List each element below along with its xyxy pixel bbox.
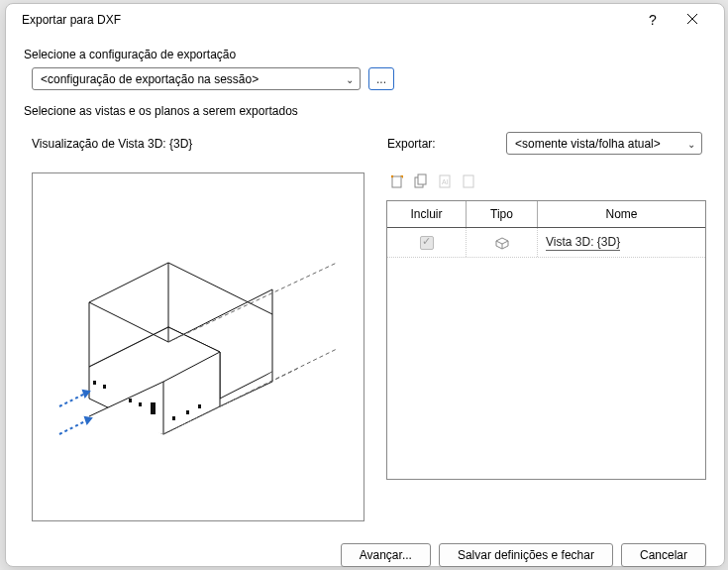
th-name[interactable]: Nome — [538, 201, 705, 227]
close-icon — [686, 13, 698, 25]
close-button[interactable] — [673, 12, 712, 28]
cancel-button[interactable]: Cancelar — [621, 543, 706, 567]
table-row[interactable]: Vista 3D: {3D} — [387, 228, 705, 258]
row-name: Vista 3D: {3D} — [546, 235, 620, 251]
preview-pane — [32, 172, 364, 521]
dialog-footer: Avançar... Salvar definições e fechar Ca… — [6, 533, 724, 570]
svg-rect-12 — [198, 404, 201, 408]
cell-type — [467, 228, 538, 257]
config-row: <configuração de exportação na sessão> ⌄… — [24, 67, 706, 90]
th-type[interactable]: Tipo — [467, 201, 538, 227]
svg-rect-6 — [93, 381, 96, 385]
svg-point-22 — [391, 175, 393, 177]
next-button[interactable]: Avançar... — [341, 543, 431, 567]
new-sheet-icon[interactable] — [388, 172, 406, 190]
views-label: Selecione as vistas e os planos a serem … — [24, 104, 706, 118]
svg-rect-8 — [129, 399, 132, 402]
svg-rect-11 — [186, 410, 189, 414]
config-label: Selecione a configuração de exportação — [24, 48, 706, 61]
svg-text:AI: AI — [442, 178, 449, 185]
svg-rect-27 — [464, 175, 473, 187]
model-preview-icon — [40, 208, 357, 486]
preview-export-row: Visualização de Vista 3D: {3D} Exportar:… — [24, 132, 706, 155]
export-select-value: <somente vista/folha atual> — [515, 137, 661, 151]
config-browse-button[interactable]: ... — [368, 67, 394, 90]
text-sheet-icon[interactable]: AI — [436, 172, 454, 190]
dots-label: ... — [376, 72, 386, 86]
export-label: Exportar: — [387, 137, 447, 151]
save-definitions-button[interactable]: Salvar definições e fechar — [439, 543, 613, 567]
right-column: AI Incluir Tipo Nome — [386, 172, 706, 521]
include-checkbox[interactable] — [420, 236, 434, 250]
svg-rect-10 — [172, 416, 175, 420]
table-header: Incluir Tipo Nome — [387, 201, 705, 228]
blank-sheet-icon[interactable] — [460, 172, 477, 190]
svg-rect-7 — [103, 385, 106, 389]
chevron-down-icon: ⌄ — [687, 138, 695, 149]
cell-include[interactable] — [387, 228, 467, 257]
table-toolbar: AI — [386, 172, 706, 190]
content-row: AI Incluir Tipo Nome — [24, 172, 706, 521]
export-select[interactable]: <somente vista/folha atual> ⌄ — [506, 132, 702, 155]
titlebar: Exportar para DXF ? — [6, 4, 724, 34]
svg-rect-13 — [151, 402, 156, 414]
preview-title: Visualização de Vista 3D: {3D} — [24, 137, 192, 151]
views-table: Incluir Tipo Nome — [386, 200, 706, 480]
svg-rect-21 — [392, 176, 401, 187]
svg-rect-9 — [139, 402, 142, 406]
dialog-title: Exportar para DXF — [22, 13, 633, 27]
svg-rect-24 — [418, 174, 426, 184]
svg-marker-20 — [85, 417, 91, 423]
dialog-body: Selecione a configuração de exportação <… — [6, 34, 724, 533]
help-button[interactable]: ? — [633, 12, 673, 28]
view3d-type-icon — [493, 235, 511, 251]
export-dxf-dialog: Exportar para DXF ? Selecione a configur… — [5, 3, 725, 567]
cell-name[interactable]: Vista 3D: {3D} — [538, 228, 705, 257]
copy-sheet-icon[interactable] — [412, 172, 430, 190]
config-select-value: <configuração de exportação na sessão> — [41, 72, 259, 86]
th-include[interactable]: Incluir — [387, 201, 467, 227]
chevron-down-icon: ⌄ — [346, 73, 354, 84]
svg-marker-18 — [83, 391, 89, 397]
config-select[interactable]: <configuração de exportação na sessão> ⌄ — [32, 67, 361, 90]
